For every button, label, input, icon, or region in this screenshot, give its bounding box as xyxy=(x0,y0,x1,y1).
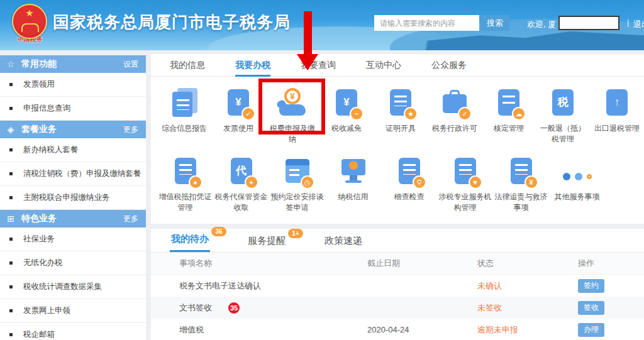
badge-icon: ● xyxy=(190,177,201,188)
sidebar-item[interactable]: 发票领用 xyxy=(0,73,146,97)
sidebar-section-title: 套餐业务 xyxy=(21,124,123,135)
sidebar-item[interactable]: 税收统计调查数据采集 xyxy=(0,275,146,299)
site-title: 国家税务总局厦门市电子税务局 xyxy=(53,11,291,33)
action-cell: 办理 xyxy=(578,323,644,337)
username-redaction-box xyxy=(558,16,619,30)
service-item[interactable]: ☁核定管理 xyxy=(482,88,536,145)
service-item-label: 预约定价安排谈签申请 xyxy=(269,192,325,214)
general-tax-refund-icon: 税 xyxy=(546,88,580,118)
service-item[interactable]: ⚲稽查检查 xyxy=(381,156,437,214)
header-banner: ★ 中国税务 国家税务总局厦门市电子税务局 搜索 欢迎, 厦 | 退出 xyxy=(0,0,644,50)
count-badge: 35 xyxy=(228,302,240,314)
service-item[interactable]: 其他服务事项 xyxy=(549,156,605,214)
sidebar-item[interactable]: 清税注销税（费）申报及缴纳套餐 xyxy=(0,162,146,186)
status-text: 未签收 xyxy=(477,302,578,314)
action-button[interactable]: 签收 xyxy=(578,301,604,315)
bullet-icon xyxy=(9,107,13,110)
service-item[interactable]: ¥税费申报及缴纳 xyxy=(265,88,319,145)
sidebar-item-label: 税收统计调查数据采集 xyxy=(23,282,102,292)
sidebar-section-action[interactable]: 更多 xyxy=(123,124,138,135)
search-button[interactable]: 搜索 xyxy=(480,15,509,31)
service-item-label: 出口退税管理 xyxy=(590,123,644,134)
table-row: 增值税2020-04-24逾期未申报办理 xyxy=(151,319,644,340)
service-item[interactable]: ¥法律追责与救济事项 xyxy=(493,156,549,214)
sidebar-section-header: ◈套餐业务更多 xyxy=(0,121,146,138)
sidebar-item[interactable]: 税企邮箱 xyxy=(0,323,146,340)
sidebar-item-label: 主附税联合申报缴纳业务 xyxy=(23,192,110,203)
sidebar-item-label: 发票领用 xyxy=(23,79,55,90)
action-button[interactable]: 办理 xyxy=(578,323,604,337)
badge-icon: ✓ xyxy=(459,108,470,119)
bullet-icon xyxy=(9,172,13,175)
service-item[interactable]: ◷预约定价安排谈签申请 xyxy=(269,156,325,214)
audit-inspection-icon: ⚲ xyxy=(392,156,426,187)
item-name-cell: 文书签收35 xyxy=(179,302,367,314)
table-header-row: 事项名称截止日期状态操作 xyxy=(151,253,644,275)
badge-icon: − xyxy=(351,108,362,119)
table-row: 文书签收35未签收签收 xyxy=(151,297,644,319)
badge-icon: ☁ xyxy=(513,108,525,119)
service-item[interactable]: ♥涉税专业服务机构管理 xyxy=(437,156,493,214)
service-item-label: 税收减免 xyxy=(319,123,374,134)
logout-link[interactable]: 退出 xyxy=(633,19,644,30)
tax-reduction-icon: ¥− xyxy=(330,88,364,118)
search-input[interactable] xyxy=(374,15,479,31)
column-header: 截止日期 xyxy=(367,258,477,269)
service-item[interactable]: ↑出口退税管理 xyxy=(590,88,644,145)
bullet-icon xyxy=(9,333,13,336)
tab-我要办税[interactable]: 我要办税 xyxy=(235,54,270,77)
sidebar-section-action[interactable]: 设置 xyxy=(123,59,138,70)
service-item-label: 增值税抵扣凭证管理 xyxy=(157,192,213,214)
todo-tab-政策速递[interactable]: 政策速递 xyxy=(323,230,364,252)
todo-tab-服务提醒[interactable]: 服务提醒1+ xyxy=(247,230,287,252)
sidebar-item-label: 清税注销税（费）申报及缴纳套餐 xyxy=(23,168,142,179)
sidebar-item[interactable]: 主附税联合申报缴纳业务 xyxy=(0,186,146,210)
todo-tab-我的待办[interactable]: 我的待办36 xyxy=(170,228,210,252)
service-item[interactable]: 综合信息报告 xyxy=(157,88,211,145)
export-tax-refund-icon: ↑ xyxy=(600,88,634,118)
sidebar-item[interactable]: 无纸化办税 xyxy=(0,251,146,275)
service-item-label: 稽查检查 xyxy=(381,192,437,202)
sidebar-item-label: 申报信息查询 xyxy=(23,103,70,114)
action-button[interactable]: 签约 xyxy=(578,279,604,293)
sidebar-item[interactable]: 新办纳税人套餐 xyxy=(0,138,146,162)
bullet-icon xyxy=(9,83,13,86)
header-divider: | xyxy=(627,18,629,27)
action-cell: 签约 xyxy=(578,279,644,293)
sidebar-item-label: 无纸化办税 xyxy=(23,258,63,268)
bullet-icon xyxy=(9,309,13,312)
service-item[interactable]: ¥−税收减免 xyxy=(319,88,374,145)
sidebar-section-header: ☆常用功能设置 xyxy=(0,55,146,73)
badge-icon: ◷ xyxy=(302,177,313,188)
sidebar-section-action[interactable]: 更多 xyxy=(123,214,138,224)
vat-deduction-voucher-icon: ● xyxy=(169,156,203,187)
item-name-cell: 增值税 xyxy=(179,324,367,336)
service-item[interactable]: ★证明开具 xyxy=(374,88,428,145)
deadline-cell: 2020-04-24 xyxy=(367,325,477,334)
service-item[interactable]: ¥✓发票使用 xyxy=(211,88,265,145)
tab-我要查询[interactable]: 我要查询 xyxy=(301,54,336,77)
tab-公众服务[interactable]: 公众服务 xyxy=(431,54,467,77)
badge-icon: + xyxy=(246,177,257,188)
star-icon: ☆ xyxy=(0,59,21,69)
layers-icon: ◈ xyxy=(0,124,21,134)
badge-icon: ✓ xyxy=(243,108,254,119)
column-header: 操作 xyxy=(578,258,644,269)
service-item[interactable]: ●增值税抵扣凭证管理 xyxy=(157,156,213,214)
grid-icon: ⊞ xyxy=(0,214,21,224)
tab-互动中心[interactable]: 互动中心 xyxy=(366,54,401,77)
sidebar-item[interactable]: 发票网上申领 xyxy=(0,299,146,323)
sidebar-item[interactable]: 申报信息查询 xyxy=(0,97,146,121)
service-item[interactable]: 代+税务代保管资金收取 xyxy=(213,156,269,214)
service-item-label: 其他服务事项 xyxy=(549,192,605,202)
badge-icon: ¥ xyxy=(526,177,537,188)
todo-tabs: 我的待办36服务提醒1+政策速递 xyxy=(151,229,644,253)
sidebar-section-header: ⊞特色业务更多 xyxy=(0,210,146,228)
sidebar-item[interactable]: 社保业务 xyxy=(0,228,146,251)
service-item[interactable]: ✓税务行政许可 xyxy=(428,88,482,145)
tab-count-badge: 36 xyxy=(211,227,226,236)
tab-我的信息[interactable]: 我的信息 xyxy=(170,54,205,77)
escrow-funds-icon: 代+ xyxy=(225,156,258,187)
service-item[interactable]: 纳税信用 xyxy=(325,156,381,214)
service-item[interactable]: 税一般退（抵）税管理 xyxy=(536,88,590,145)
